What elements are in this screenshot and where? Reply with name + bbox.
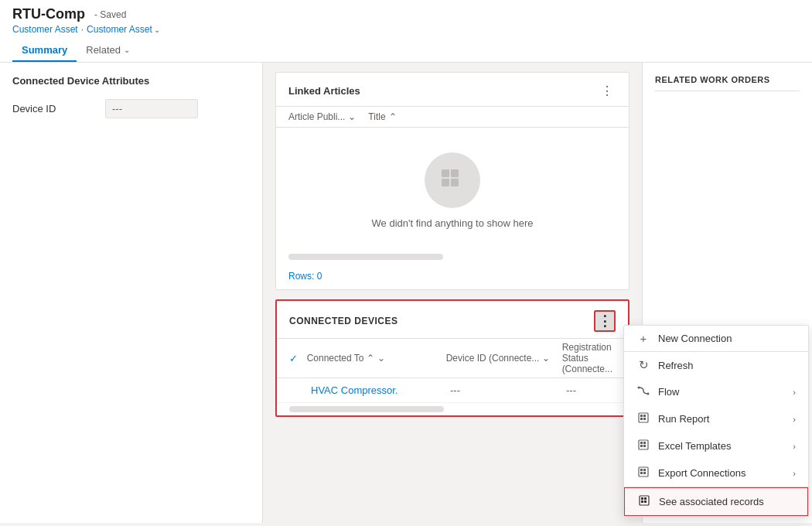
record-title: RTU-Comp [12,6,85,22]
check-col: ✓ [289,353,304,364]
reg-status-cell: --- [563,384,579,396]
right-panel: RELATED WORK ORDERS [642,63,812,523]
svg-rect-0 [442,169,449,177]
linked-articles-empty-state: We didn't find anything to show here [276,128,629,254]
breadcrumb-link-1[interactable]: Customer Asset [12,24,78,35]
col-device-id[interactable]: Device ID (Connecte... ⌄ [443,353,559,364]
breadcrumb-chevron: ⌄ [154,26,160,34]
left-panel: Connected Device Attributes Device ID --… [0,63,263,523]
record-title-row: RTU-Comp - Saved [12,6,800,22]
breadcrumb-link-2[interactable]: Customer Asset ⌄ [87,24,160,35]
top-header: RTU-Comp - Saved Customer Asset · Custom… [0,0,812,63]
col-reg-status[interactable]: Registration Status (Connecte... [559,342,616,374]
device-col-header: ✓ Connected To ⌃ ⌄ Device ID (Connecte..… [277,338,628,378]
col-connected-to[interactable]: Connected To ⌃ ⌄ [304,353,443,364]
related-work-orders-title: RELATED WORK ORDERS [655,75,800,84]
connected-devices-more-button[interactable]: ⋮ [594,310,616,332]
linked-articles-card: Linked Articles ⋮ Article Publi... ⌄ Tit… [275,72,629,290]
col-title-sort: ⌃ [389,111,397,122]
device-id-field-row: Device ID --- [12,99,250,118]
breadcrumb: Customer Asset · Customer Asset ⌄ [12,24,800,35]
tab-summary-label: Summary [22,44,67,56]
svg-rect-3 [451,179,459,186]
linked-articles-rows-count: Rows: 0 [276,266,629,289]
breadcrumb-label-2: Customer Asset [87,24,152,35]
connected-device-attributes-title: Connected Device Attributes [12,75,250,87]
device-table-row: HVAC Compressor. --- --- [277,378,628,403]
col-article-publi-label: Article Publi... [288,111,345,122]
connected-devices-card: CONNECTED DEVICES ⋮ ✓ Connected To ⌃ ⌄ D… [275,299,629,417]
saved-badge: - Saved [94,9,126,20]
col-article-publi[interactable]: Article Publi... ⌄ [288,111,356,122]
hvac-compressor-link[interactable]: HVAC Compressor. [308,384,447,396]
tab-related-chevron: ⌄ [124,46,130,54]
empty-text: We didn't find anything to show here [372,217,534,229]
connected-devices-header: CONNECTED DEVICES ⋮ [277,301,628,338]
linked-articles-title: Linked Articles [288,85,360,97]
tab-summary[interactable]: Summary [12,39,77,62]
linked-articles-scrollbar[interactable] [288,254,443,260]
breadcrumb-label-1: Customer Asset [12,24,78,35]
col-article-publi-sort: ⌄ [348,111,356,122]
linked-articles-header: Linked Articles ⋮ [276,73,629,107]
tab-related[interactable]: Related ⌄ [77,39,139,62]
device-id-cell: --- [447,384,563,396]
tabs-row: Summary Related ⌄ [12,39,800,62]
svg-rect-1 [451,169,459,177]
connected-devices-scrollbar[interactable] [289,406,444,412]
linked-articles-more-button[interactable]: ⋮ [598,82,616,100]
col-device-id-label: Device ID (Connecte... [446,353,540,364]
empty-icon [425,152,480,208]
col-title[interactable]: Title ⌃ [368,111,396,122]
grid-svg-icon [438,166,466,194]
col-connected-to-label: Connected To [307,353,364,364]
col-connected-to-chevron: ⌄ [377,353,385,364]
svg-rect-2 [442,179,449,186]
center-panel: Linked Articles ⋮ Article Publi... ⌄ Tit… [263,63,642,523]
breadcrumb-sep: · [81,24,84,35]
main-content: Connected Device Attributes Device ID --… [0,63,812,523]
col-title-label: Title [368,111,385,122]
device-id-value: --- [105,99,198,118]
right-panel-divider [655,91,800,91]
linked-articles-col-header: Article Publi... ⌄ Title ⌃ [276,107,629,128]
device-id-label: Device ID [12,103,105,114]
col-device-id-chevron: ⌄ [542,353,550,364]
tab-related-label: Related [86,44,121,56]
col-connected-to-sort: ⌃ [367,353,374,364]
connected-devices-title: CONNECTED DEVICES [289,316,398,326]
col-reg-status-label: Registration Status (Connecte... [562,342,612,374]
